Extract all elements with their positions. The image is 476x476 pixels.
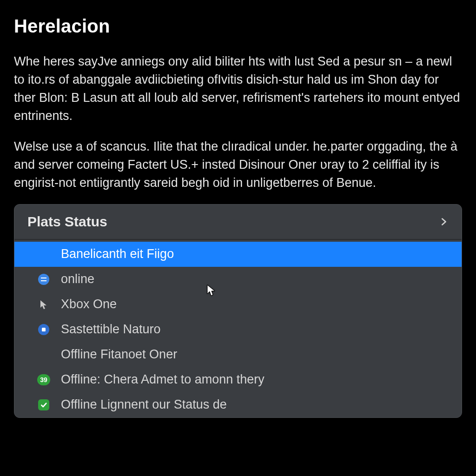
list-item-label: Offline: Chera Admet to amonn thery bbox=[61, 372, 264, 387]
count-badge-icon: 39 bbox=[37, 373, 51, 387]
empty-icon bbox=[37, 348, 51, 362]
status-list: Banelicanth eit Fiigo online Xbox One Sa… bbox=[14, 242, 462, 417]
list-item[interactable]: online bbox=[14, 267, 462, 292]
list-item-label: Sastettible Naturo bbox=[61, 322, 161, 337]
equals-circle-icon bbox=[37, 272, 51, 286]
status-panel-header[interactable]: Plats Status bbox=[14, 205, 462, 240]
intro-paragraph-1: Whe heres sayJve anniegs ony alid bilite… bbox=[14, 53, 460, 126]
list-item[interactable]: Xbox One bbox=[14, 292, 462, 317]
list-item[interactable]: 39 Offline: Chera Admet to amonn thery bbox=[14, 367, 462, 392]
list-item-label: Banelicanth eit Fiigo bbox=[61, 247, 174, 261]
list-item[interactable]: Banelicanth eit Fiigo bbox=[14, 242, 462, 267]
list-item-label: Xbox One bbox=[61, 297, 117, 311]
list-item[interactable]: Sastettible Naturo bbox=[14, 317, 462, 342]
status-panel: Plats Status Banelicanth eit Fiigo onlin… bbox=[14, 204, 462, 418]
stop-circle-icon bbox=[37, 323, 51, 337]
check-icon bbox=[37, 398, 51, 412]
list-item-label: online bbox=[61, 272, 94, 286]
list-item[interactable]: Offline Fitanoet Oner bbox=[14, 342, 462, 367]
page-title: Herelacion bbox=[14, 16, 462, 37]
list-item[interactable]: Offline Lignnent our Status de bbox=[14, 392, 462, 417]
chevron-right-icon bbox=[436, 215, 450, 229]
list-item-label: Offline Lignnent our Status de bbox=[61, 397, 227, 412]
apple-icon bbox=[37, 247, 51, 261]
page-root: Herelacion Whe heres sayJve anniegs ony … bbox=[0, 0, 476, 418]
cursor-arrow-icon bbox=[37, 298, 51, 311]
list-item-label: Offline Fitanoet Oner bbox=[61, 347, 177, 362]
status-panel-title: Plats Status bbox=[27, 214, 107, 230]
intro-paragraph-2: Welse use a of scancus. Ilite that the c… bbox=[14, 138, 460, 192]
